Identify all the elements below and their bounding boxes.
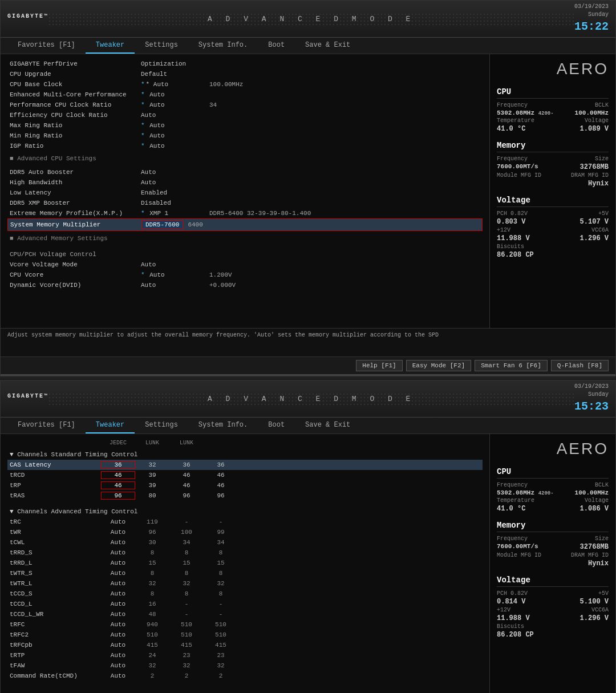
tab-favorites-2[interactable]: Favorites [F1] — [7, 418, 86, 433]
tab-saveexit-2[interactable]: Save & Exit — [295, 418, 360, 433]
adv-row-6[interactable]: tWTR_L Auto 32 32 32 — [7, 578, 483, 589]
std-timing-header: ▼ Channels Standard Timing Control — [7, 449, 483, 460]
sidebar-2: AERO CPU Frequency BCLK 5302.08MHz 4200-… — [490, 434, 615, 693]
setting-cpu-upgrade[interactable]: CPU Upgrade Default — [7, 69, 483, 79]
tab-favorites-1[interactable]: Favorites [F1] — [7, 38, 86, 54]
sidebar-volt-biscuits-row-1: Biscuits — [497, 244, 609, 250]
setting-high-bandwidth[interactable]: High Bandwidth Auto — [7, 177, 483, 188]
setting-eff-clock-ratio[interactable]: Efficiency CPU Clock Ratio Auto — [7, 110, 483, 120]
setting-vcore-mode[interactable]: Vcore Voltage Mode Auto — [7, 260, 483, 270]
adv-row-13[interactable]: tRTP Auto 24 23 23 — [7, 650, 483, 660]
adv-row-0[interactable]: tRC Auto 119 - - — [7, 517, 483, 527]
timing-col-header: JEDEC LUNK LUNK — [7, 439, 483, 447]
info-bar-1: Adjust system memory multiplier to adjus… — [1, 328, 615, 356]
adv-row-1[interactable]: tWR Auto 96 100 99 — [7, 527, 483, 537]
tab-boot-1[interactable]: Boot — [258, 38, 295, 54]
setting-igp-ratio[interactable]: IGP Ratio * Auto — [7, 141, 483, 151]
tab-sysinfo-2[interactable]: System Info. — [188, 418, 258, 433]
mode-title-1: A D V A N C E D M O D E — [48, 13, 574, 26]
screen2: GIGABYTE™ A D V A N C E D M O D E 03/19/… — [0, 380, 616, 693]
panel2: GIGABYTE™ A D V A N C E D M O D E 03/19/… — [1, 380, 615, 693]
tab-settings-2[interactable]: Settings — [135, 418, 188, 433]
adv-row-14[interactable]: tFAW Auto 32 32 32 — [7, 660, 483, 671]
tab-boot-2[interactable]: Boot — [258, 418, 295, 433]
adv-row-5[interactable]: tWTR_S Auto 8 8 8 — [7, 568, 483, 578]
tab-settings-1[interactable]: Settings — [135, 38, 188, 54]
brand-logo-1: GIGABYTE™ — [7, 13, 48, 25]
sidebar-mem-title-1: Memory — [497, 141, 609, 152]
setting-gigabyte-perfdrive[interactable]: GIGABYTE PerfDrive Optimization — [7, 59, 483, 69]
sidebar-mem-freq-row-1: Frequency Size — [497, 156, 609, 162]
row-trp[interactable]: tRP 46 39 46 46 — [7, 480, 483, 491]
setting-enhanced-multicore[interactable]: Enhanced Multi-Core Performance * Auto — [7, 90, 483, 100]
adv-row-3[interactable]: tRRD_S Auto 8 8 8 — [7, 548, 483, 558]
sidebar-volt-title-2: Voltage — [497, 576, 609, 587]
sidebar-volt-1: Voltage PCH 0.82V +5V 0.803 V 5.107 V +1… — [497, 196, 609, 259]
content-area-2: JEDEC LUNK LUNK ▼ Channels Standard Timi… — [1, 434, 490, 693]
sidebar-mem-mfg-row-1: Module MFG ID DRAM MFG ID — [497, 172, 609, 179]
adv-row-11[interactable]: tRFC2 Auto 510 510 510 — [7, 630, 483, 640]
sidebar-volt-biscuits-val-1: 86.208 CP — [497, 251, 609, 259]
setting-adv-mem: ■ Advanced Memory Settings — [7, 233, 483, 244]
btn-bar-1: Help [F1] Easy Mode [F2] Smart Fan 6 [F6… — [1, 356, 615, 374]
sidebar-volt-12v-row-1: +12V VCC6A — [497, 227, 609, 233]
sidebar-volt-pch-val-1: 0.803 V 5.107 V — [497, 218, 609, 226]
sidebar-cpu-title-2: CPU — [497, 467, 609, 479]
qflash-btn-1[interactable]: Q-Flash [F8] — [551, 360, 609, 371]
setting-sys-mem-multiplier[interactable]: System Memory Multiplier DDR5-7600 6400 — [7, 218, 483, 231]
setting-max-ring-ratio[interactable]: Max Ring Ratio * Auto — [7, 120, 483, 131]
sidebar-cpu-freq-row-1: Frequency BCLK — [497, 102, 609, 108]
adv-row-2[interactable]: tCWL Auto 30 34 34 — [7, 537, 483, 548]
setting-min-ring-ratio[interactable]: Min Ring Ratio * Auto — [7, 131, 483, 141]
tab-saveexit-1[interactable]: Save & Exit — [295, 38, 360, 54]
nav-tabs-1: Favorites [F1] Tweaker Settings System I… — [1, 38, 615, 54]
setting-cpu-base-clock[interactable]: CPU Base Clock ** Auto 100.00MHz — [7, 79, 483, 90]
row-trcd[interactable]: tRCD 46 39 46 46 — [7, 470, 483, 480]
setting-ddr5-xmp-booster[interactable]: DDR5 XMP Booster Disabled — [7, 198, 483, 208]
sidebar-cpu-1: CPU Frequency BCLK 5302.08MHz 4200- 100.… — [497, 87, 609, 133]
nav-tabs-2: Favorites [F1] Tweaker Settings System I… — [1, 418, 615, 434]
smartfan-btn-1[interactable]: Smart Fan 6 [F6] — [475, 360, 548, 371]
setting-xmp[interactable]: Extreme Memory Profile(X.M.P.) * XMP 1 D… — [7, 208, 483, 218]
help-btn-1[interactable]: Help [F1] — [356, 360, 402, 371]
datetime-2: 03/19/2023 Sunday 15:23 — [574, 383, 609, 415]
top-bar-2: GIGABYTE™ A D V A N C E D M O D E 03/19/… — [1, 380, 615, 418]
sidebar-mem-title-2: Memory — [497, 521, 609, 532]
setting-volt-ctrl: CPU/PCH Voltage Control — [7, 249, 483, 260]
adv-row-4[interactable]: tRRD_L Auto 15 15 15 — [7, 558, 483, 568]
sidebar-volt-title-1: Voltage — [497, 196, 609, 207]
setting-low-latency[interactable]: Low Latency Enabled — [7, 188, 483, 198]
content-area-1: GIGABYTE PerfDrive Optimization CPU Upgr… — [1, 54, 490, 328]
sidebar-mem-freq-val-1: 7600.00MT/s 32768MB — [497, 163, 609, 171]
sidebar-mem-1: Memory Frequency Size 7600.00MT/s 32768M… — [497, 141, 609, 188]
main-layout-2: JEDEC LUNK LUNK ▼ Channels Standard Timi… — [1, 434, 615, 693]
tab-tweaker-2[interactable]: Tweaker — [86, 418, 135, 433]
sidebar-mem-mfg-val-1: Hynix — [497, 180, 609, 188]
adv-row-8[interactable]: tCCD_L Auto 16 - - — [7, 599, 483, 609]
sidebar-1: AERO CPU Frequency BCLK 5302.08MHz 4200-… — [490, 54, 615, 328]
adv-row-9[interactable]: tCCD_L_WR Auto 48 - - — [7, 609, 483, 619]
row-tras[interactable]: tRAS 96 80 96 96 — [7, 491, 483, 501]
adv-row-12[interactable]: tRFCpb Auto 415 415 415 — [7, 640, 483, 650]
adv-timing-header: ▼ Channels Advanced Timing Control — [7, 506, 483, 517]
sidebar-cpu-temp-val-1: 41.0 °C 1.089 V — [497, 125, 609, 133]
adv-row-10[interactable]: tRFC Auto 940 510 510 — [7, 619, 483, 630]
setting-ddr5-auto-booster[interactable]: DDR5 Auto Booster Auto — [7, 167, 483, 177]
setting-dynamic-vcore[interactable]: Dynamic Vcore(DVID) Auto +0.000V — [7, 280, 483, 290]
adv-row-7[interactable]: tCCD_S Auto 8 8 8 — [7, 589, 483, 599]
setting-adv-cpu: ■ Advanced CPU Settings — [7, 153, 483, 164]
setting-perf-clock-ratio[interactable]: Performance CPU Clock Ratio * Auto 34 — [7, 100, 483, 110]
sidebar-cpu-freq-val-1: 5302.08MHz 4200- 100.00MHz — [497, 110, 609, 116]
tab-sysinfo-1[interactable]: System Info. — [188, 38, 258, 54]
adv-timing-rows: tRC Auto 119 - - tWR Auto 96 100 99 tCWL… — [7, 517, 483, 681]
row-cas-latency[interactable]: CAS Latency 36 32 36 36 — [7, 460, 483, 470]
adv-row-15[interactable]: Command Rate(tCMD) Auto 2 2 2 — [7, 671, 483, 681]
setting-cpu-vcore[interactable]: CPU Vcore * Auto 1.200V — [7, 270, 483, 280]
sidebar-cpu-title-1: CPU — [497, 87, 609, 99]
sidebar-volt-2: Voltage PCH 0.82V +5V 0.814 V 5.100 V +1… — [497, 576, 609, 639]
top-bar-1: GIGABYTE™ A D V A N C E D M O D E 03/19/… — [1, 1, 615, 38]
easymode-btn-1[interactable]: Easy Mode [F2] — [406, 360, 471, 371]
tab-tweaker-1[interactable]: Tweaker — [86, 38, 135, 54]
sidebar-cpu-temp-row-1: Temperature Voltage — [497, 117, 609, 124]
datetime-1: 03/19/2023 Sunday 15:22 — [574, 3, 609, 35]
